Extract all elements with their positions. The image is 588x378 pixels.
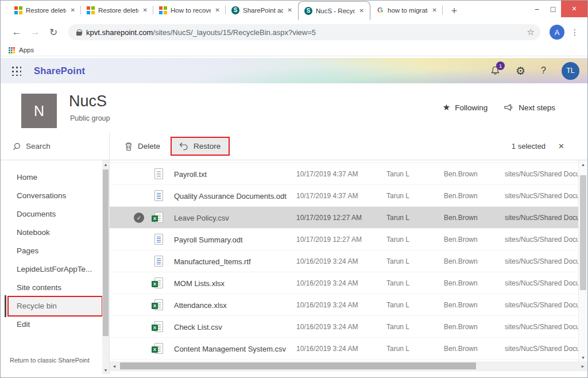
- tab-close-icon[interactable]: [142, 6, 149, 14]
- tab-label: Restore deleted it: [98, 7, 138, 14]
- file-type-icon: [154, 277, 163, 288]
- sidebar-nav-item[interactable]: Documents: [9, 205, 101, 223]
- tab-close-icon[interactable]: [214, 6, 221, 14]
- list-horizontal-scrollbar[interactable]: [110, 361, 587, 371]
- tab-close-icon[interactable]: [358, 7, 365, 14]
- file-type-icon: [154, 234, 163, 245]
- file-row[interactable]: Manufactured_Items.rtf 10/16/2019 3:24 A…: [110, 250, 578, 272]
- clear-selection-icon[interactable]: [558, 142, 564, 151]
- tab-close-icon[interactable]: [431, 6, 438, 14]
- scroll-down-icon[interactable]: [102, 366, 109, 374]
- sidebar-nav-item[interactable]: LepideListForAppTe...: [9, 260, 101, 279]
- site-title: NucS: [69, 92, 107, 110]
- nav-item-label: Home: [17, 173, 37, 182]
- nav-item-label: Notebook: [17, 228, 50, 237]
- created-by: Ben.Brown: [444, 185, 501, 207]
- browser-tab[interactable]: How to recover m: [153, 1, 226, 19]
- file-row[interactable]: MOM Lists.xlsx 10/16/2019 3:24 AM Tarun …: [110, 272, 578, 294]
- sidebar-nav-item[interactable]: Edit: [9, 315, 101, 334]
- new-tab-button[interactable]: [446, 3, 462, 19]
- tab-close-icon[interactable]: [69, 6, 76, 14]
- apps-grid-icon[interactable]: [9, 47, 15, 53]
- file-row[interactable]: Content Management System.csv 10/16/2019…: [110, 338, 578, 360]
- browser-tab[interactable]: how to migrate s: [370, 1, 443, 19]
- scrollbar-thumb[interactable]: [580, 175, 586, 290]
- site-logo[interactable]: N: [21, 94, 57, 128]
- deleted-by: Tarun L: [386, 229, 441, 250]
- close-window-button[interactable]: [561, 1, 587, 17]
- selected-check-icon[interactable]: [134, 213, 144, 223]
- scrollbar-thumb[interactable]: [103, 169, 109, 336]
- browser-profile-avatar[interactable]: A: [550, 25, 564, 40]
- address-bar[interactable]: kpvt.sharepoint.com/sites/NucS/_layouts/…: [68, 24, 540, 40]
- file-row[interactable]: Quality Assurance Documents.odt 10/17/20…: [110, 185, 578, 207]
- search-input[interactable]: [26, 142, 89, 151]
- created-by: Ben.Brown: [444, 316, 501, 338]
- created-by: Ben.Brown: [444, 207, 501, 229]
- suite-bar-actions: 1 TL: [490, 62, 579, 80]
- file-row[interactable]: Attendance.xlsx 10/16/2019 3:24 AM Tarun…: [110, 294, 578, 316]
- tab-favicon-icon: [14, 6, 22, 14]
- browser-tab[interactable]: Restore deleted s: [9, 1, 81, 19]
- bottom-strip: [110, 371, 587, 374]
- original-location: sites/NucS/Shared Docum: [505, 272, 578, 294]
- app-launcher-waffle-icon[interactable]: [11, 65, 21, 76]
- settings-gear-icon[interactable]: [516, 65, 525, 76]
- file-name: Check List.csv: [174, 316, 289, 338]
- bookmarks-bar: Apps: [1, 44, 587, 56]
- return-classic-link[interactable]: Return to classic SharePoint: [10, 357, 90, 364]
- following-star-icon: [443, 102, 450, 113]
- restore-label: Restore: [194, 142, 220, 151]
- minimize-button[interactable]: [529, 1, 545, 17]
- deleted-by: Tarun L: [386, 250, 441, 272]
- scrollbar-thumb[interactable]: [120, 362, 476, 369]
- sharepoint-brand[interactable]: SharePoint: [34, 65, 85, 76]
- browser-tab[interactable]: Restore deleted it: [81, 1, 153, 19]
- scroll-down-icon[interactable]: [579, 353, 587, 361]
- sidebar-item-recycle-bin-annotated[interactable]: Recycle bin: [9, 297, 102, 315]
- search-box[interactable]: [1, 133, 109, 160]
- browser-menu-icon[interactable]: [569, 25, 581, 40]
- notifications-button[interactable]: 1: [490, 65, 500, 76]
- browser-tab[interactable]: SharePoint admin: [226, 1, 298, 19]
- reload-button[interactable]: [45, 24, 61, 40]
- back-button[interactable]: [9, 24, 25, 40]
- tab-label: SharePoint admin: [243, 7, 283, 14]
- sidebar-nav-item[interactable]: Site contents: [9, 279, 101, 297]
- file-row[interactable]: Leave Policy.csv 10/17/2019 12:27 AM Tar…: [110, 207, 578, 229]
- list-vertical-scrollbar[interactable]: [578, 160, 587, 361]
- browser-tab[interactable]: NucS - Recycle bi: [298, 1, 370, 20]
- delete-button[interactable]: Delete: [125, 142, 160, 151]
- bookmark-star-icon[interactable]: [527, 27, 535, 37]
- secure-lock-icon: [76, 29, 82, 36]
- nav-item-label: Conversations: [17, 191, 66, 200]
- deleted-date: 10/17/2019 4:37 AM: [296, 185, 382, 207]
- following-button[interactable]: Following: [443, 102, 488, 113]
- help-icon[interactable]: [541, 65, 546, 76]
- maximize-button[interactable]: [545, 1, 561, 17]
- sidebar-nav-item[interactable]: Notebook: [9, 223, 101, 242]
- file-row[interactable]: Payroll.txt 10/17/2019 4:37 AM Tarun L B…: [110, 163, 578, 185]
- sidebar-nav-item[interactable]: Home: [9, 168, 101, 187]
- sidebar-nav-item[interactable]: Conversations: [9, 187, 101, 205]
- file-name: MOM Lists.xlsx: [174, 272, 289, 294]
- scroll-right-icon[interactable]: [578, 361, 587, 371]
- following-label: Following: [455, 103, 488, 112]
- apps-label[interactable]: Apps: [19, 47, 34, 53]
- forward-button[interactable]: [27, 24, 43, 40]
- file-row[interactable]: Payroll Summary.odt 10/17/2019 12:27 AM …: [110, 229, 578, 250]
- account-avatar[interactable]: TL: [562, 62, 579, 80]
- sidebar-nav-item[interactable]: Pages: [9, 242, 101, 260]
- tab-favicon-icon: [159, 6, 167, 14]
- scroll-left-icon[interactable]: [110, 361, 119, 371]
- tab-close-icon[interactable]: [287, 6, 293, 14]
- tab-label: Restore deleted s: [26, 7, 66, 14]
- restore-button-annotated[interactable]: Restore: [172, 138, 229, 155]
- next-steps-button[interactable]: Next steps: [504, 102, 555, 113]
- file-name: Quality Assurance Documents.odt: [174, 185, 289, 207]
- deleted-by: Tarun L: [386, 294, 441, 316]
- file-row[interactable]: Check List.csv 10/16/2019 3:24 AM Tarun …: [110, 316, 578, 338]
- scroll-up-icon[interactable]: [102, 160, 109, 168]
- scroll-up-icon[interactable]: [579, 160, 587, 168]
- sidebar-scrollbar[interactable]: [102, 160, 109, 374]
